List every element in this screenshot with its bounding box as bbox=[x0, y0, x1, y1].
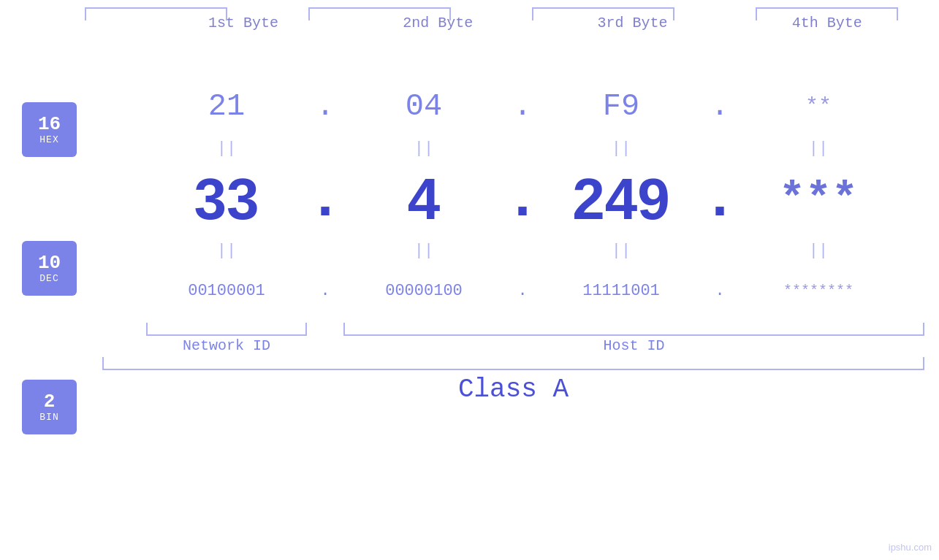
dec-value-4: *** bbox=[779, 174, 858, 224]
dec-dot-3: . bbox=[702, 166, 738, 233]
dec-name: DEC bbox=[39, 273, 58, 284]
eq-row-2: || || || || bbox=[102, 239, 924, 261]
top-bracket-3 bbox=[532, 7, 674, 20]
bin-row: 00100001 . 00000100 . 11111001 . *******… bbox=[102, 261, 924, 320]
dec-cell-3: 249 bbox=[541, 166, 702, 233]
top-brackets bbox=[44, 7, 939, 20]
dec-value-3: 249 bbox=[572, 166, 669, 231]
top-bracket-1 bbox=[85, 7, 227, 20]
bin-cell-1: 00100001 bbox=[146, 282, 307, 300]
eq-2-2: || bbox=[343, 242, 504, 260]
eq-2-4: || bbox=[738, 242, 899, 260]
hex-dot-3: . bbox=[702, 89, 738, 124]
bin-badge: 2 BIN bbox=[22, 380, 77, 434]
bin-dot-1: . bbox=[307, 282, 343, 300]
hex-value-3: F9 bbox=[603, 89, 639, 124]
dec-num: 10 bbox=[38, 253, 61, 274]
eq-2-1: || bbox=[146, 242, 307, 260]
hex-cell-3: F9 bbox=[541, 89, 702, 124]
hex-badge: 16 HEX bbox=[22, 102, 77, 157]
network-bracket bbox=[146, 323, 307, 336]
dec-cell-1: 33 bbox=[146, 166, 307, 233]
hex-cell-1: 21 bbox=[146, 89, 307, 124]
hex-cell-2: 04 bbox=[343, 89, 504, 124]
hex-dot-1: . bbox=[307, 89, 343, 124]
hex-cell-4: ** bbox=[738, 94, 899, 119]
bin-value-4: ******** bbox=[783, 283, 854, 299]
hex-num: 16 bbox=[38, 114, 61, 135]
hex-name: HEX bbox=[39, 134, 58, 145]
hex-value-1: 21 bbox=[208, 89, 245, 124]
dec-cell-2: 4 bbox=[343, 166, 504, 233]
inner-brackets bbox=[102, 323, 924, 336]
top-bracket-2 bbox=[308, 7, 451, 20]
eq-1-1: || bbox=[146, 139, 307, 158]
dec-row: 33 . 4 . 249 . *** bbox=[102, 159, 924, 239]
outer-bottom-bracket bbox=[102, 357, 924, 370]
network-id-label: Network ID bbox=[146, 337, 307, 354]
eq-1-2: || bbox=[343, 139, 504, 158]
hex-value-4: ** bbox=[805, 94, 832, 119]
bin-cell-4: ******** bbox=[738, 283, 899, 299]
eq-1-3: || bbox=[541, 139, 702, 158]
page-container: 1st Byte 2nd Byte 3rd Byte 4th Byte 16 H… bbox=[0, 0, 939, 560]
bin-cell-2: 00000100 bbox=[343, 282, 504, 300]
eq-row-1: || || || || bbox=[102, 137, 924, 159]
base-labels: 16 HEX 10 DEC 2 BIN bbox=[22, 102, 77, 434]
bin-dot-3: . bbox=[702, 282, 738, 300]
dec-badge: 10 DEC bbox=[22, 241, 77, 296]
class-label: Class A bbox=[102, 375, 924, 404]
host-id-label: Host ID bbox=[343, 337, 924, 354]
dec-dot-1: . bbox=[307, 166, 343, 233]
bin-num: 2 bbox=[44, 391, 56, 413]
main-content: 21 . 04 . F9 . ** || bbox=[102, 69, 924, 404]
id-labels: Network ID Host ID bbox=[102, 337, 924, 354]
hex-value-2: 04 bbox=[406, 89, 442, 124]
top-bracket-4 bbox=[756, 7, 898, 20]
bin-value-1: 00100001 bbox=[188, 282, 265, 300]
bin-value-3: 11111001 bbox=[582, 282, 660, 300]
dec-value-1: 33 bbox=[194, 166, 259, 231]
eq-2-3: || bbox=[541, 242, 702, 260]
hex-row: 21 . 04 . F9 . ** bbox=[102, 75, 924, 137]
watermark: ipshu.com bbox=[889, 542, 932, 553]
dec-value-2: 4 bbox=[408, 166, 441, 231]
bin-value-2: 00000100 bbox=[385, 282, 463, 300]
host-bracket bbox=[343, 323, 924, 336]
bin-dot-2: . bbox=[504, 282, 541, 300]
bin-cell-3: 11111001 bbox=[541, 282, 702, 300]
dec-cell-4: *** bbox=[738, 174, 899, 224]
bin-name: BIN bbox=[39, 412, 58, 423]
dec-dot-2: . bbox=[504, 166, 541, 233]
eq-1-4: || bbox=[738, 139, 899, 158]
hex-dot-2: . bbox=[504, 89, 541, 124]
